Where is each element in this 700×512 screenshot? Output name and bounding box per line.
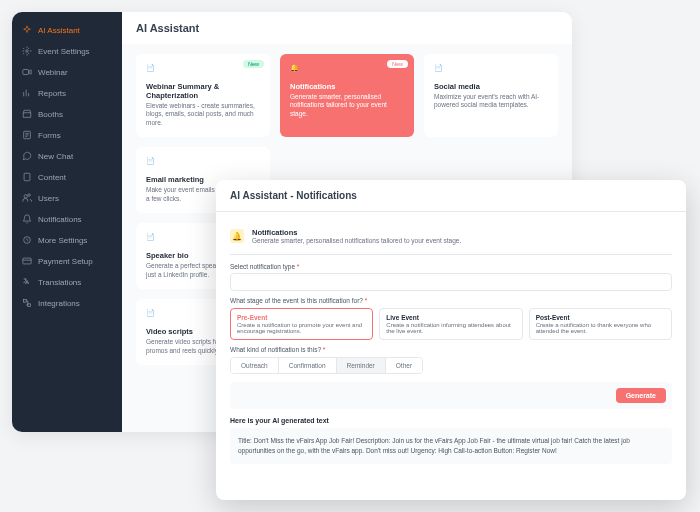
card-icon: 📄	[146, 309, 160, 323]
sidebar-item-label: Users	[38, 194, 59, 203]
svg-rect-3	[24, 173, 30, 181]
form-icon	[22, 130, 32, 140]
store-icon	[22, 109, 32, 119]
feature-card[interactable]: 📄Social mediaMaximize your event's reach…	[424, 54, 558, 137]
sidebar-item-content[interactable]: Content	[12, 167, 122, 187]
chart-icon	[22, 88, 32, 98]
sidebar-item-webinar[interactable]: Webinar	[12, 62, 122, 82]
sidebar-item-ai-assistant[interactable]: AI Assistant	[12, 20, 122, 40]
kind-label: What kind of notification is this? *	[230, 346, 672, 353]
sidebar-item-label: More Settings	[38, 236, 87, 245]
sidebar-item-label: Reports	[38, 89, 66, 98]
sidebar-item-new-chat[interactable]: New Chat	[12, 146, 122, 166]
sidebar-item-more-settings[interactable]: More Settings	[12, 230, 122, 250]
stage-option-post-event[interactable]: Post-EventCreate a notification to thank…	[529, 308, 672, 340]
doc-icon	[22, 172, 32, 182]
modal-intro-title: Notifications	[252, 228, 461, 237]
card-icon: 🔔	[290, 64, 304, 78]
card-icon: 📄	[146, 157, 160, 171]
sidebar-item-payment-setup[interactable]: Payment Setup	[12, 251, 122, 271]
sidebar-item-label: New Chat	[38, 152, 73, 161]
more-icon	[22, 235, 32, 245]
card-desc: Maximize your event's reach with AI-powe…	[434, 93, 548, 110]
card-title: Social media	[434, 82, 548, 91]
card-icon: 📄	[146, 233, 160, 247]
sidebar-item-integrations[interactable]: Integrations	[12, 293, 122, 313]
sidebar-item-label: Notifications	[38, 215, 82, 224]
plug-icon	[22, 298, 32, 308]
modal-intro-desc: Generate smarter, personalised notificat…	[252, 237, 461, 244]
result-text: Title: Don't Miss the vFairs App Job Fai…	[230, 428, 672, 464]
video-icon	[22, 67, 32, 77]
chat-icon	[22, 151, 32, 161]
page-title: AI Assistant	[122, 12, 572, 44]
sidebar-item-label: Webinar	[38, 68, 68, 77]
sidebar-item-users[interactable]: Users	[12, 188, 122, 208]
bell-icon: 🔔	[230, 229, 244, 243]
card-icon	[22, 256, 32, 266]
sidebar-item-booths[interactable]: Booths	[12, 104, 122, 124]
sidebar-item-translations[interactable]: Translations	[12, 272, 122, 292]
sidebar-item-label: Booths	[38, 110, 63, 119]
sidebar-item-label: AI Assistant	[38, 26, 80, 35]
stage-option-pre-event[interactable]: Pre-EventCreate a notification to promot…	[230, 308, 373, 340]
sidebar-item-event-settings[interactable]: Event Settings	[12, 41, 122, 61]
svg-rect-8	[28, 304, 30, 307]
modal-intro: 🔔 Notifications Generate smarter, person…	[230, 222, 672, 255]
sidebar-item-forms[interactable]: Forms	[12, 125, 122, 145]
card-title: Webinar Summary & Chapterization	[146, 82, 260, 100]
new-badge: New	[243, 60, 264, 68]
stage-options: Pre-EventCreate a notification to promot…	[230, 308, 672, 340]
card-icon: 📄	[146, 64, 160, 78]
svg-rect-6	[23, 258, 31, 264]
kind-option-confirmation[interactable]: Confirmation	[279, 358, 337, 373]
sidebar-item-label: Integrations	[38, 299, 80, 308]
stage-option-live-event[interactable]: Live EventCreate a notification informin…	[379, 308, 522, 340]
sidebar-item-label: Content	[38, 173, 66, 182]
notifications-modal: AI Assistant - Notifications 🔔 Notificat…	[216, 180, 686, 500]
stage-label: What stage of the event is this notifica…	[230, 297, 672, 304]
sidebar-item-label: Payment Setup	[38, 257, 93, 266]
stage-desc: Create a notification informing attendee…	[386, 322, 515, 334]
kind-option-outreach[interactable]: Outreach	[231, 358, 279, 373]
feature-card[interactable]: New📄Webinar Summary & ChapterizationElev…	[136, 54, 270, 137]
sidebar-item-reports[interactable]: Reports	[12, 83, 122, 103]
card-icon: 📄	[434, 64, 448, 78]
card-desc: Elevate webinars - create summaries, blo…	[146, 102, 260, 127]
card-title: Notifications	[290, 82, 404, 91]
stage-desc: Create a notification to promote your ev…	[237, 322, 366, 334]
generate-button[interactable]: Generate	[616, 388, 666, 403]
svg-point-0	[26, 50, 29, 53]
feature-card[interactable]: New🔔NotificationsGenerate smarter, perso…	[280, 54, 414, 137]
result-label: Here is your AI generated text	[230, 417, 672, 424]
sidebar-item-label: Translations	[38, 278, 81, 287]
modal-body: 🔔 Notifications Generate smarter, person…	[216, 212, 686, 500]
stage-title: Pre-Event	[237, 314, 366, 321]
notification-type-select[interactable]	[230, 273, 672, 291]
kind-option-other[interactable]: Other	[386, 358, 422, 373]
bell-icon	[22, 214, 32, 224]
svg-rect-7	[24, 300, 27, 303]
stage-title: Post-Event	[536, 314, 665, 321]
sparkle-icon	[22, 25, 32, 35]
sidebar-item-notifications[interactable]: Notifications	[12, 209, 122, 229]
users-icon	[22, 193, 32, 203]
stage-title: Live Event	[386, 314, 515, 321]
card-desc: Generate smarter, personalised notificat…	[290, 93, 404, 118]
generate-row: Generate	[230, 382, 672, 409]
select-type-label: Select notification type *	[230, 263, 672, 270]
modal-title: AI Assistant - Notifications	[216, 180, 686, 212]
svg-rect-1	[23, 70, 29, 75]
sidebar-item-label: Event Settings	[38, 47, 90, 56]
svg-point-4	[24, 195, 27, 198]
sidebar: AI AssistantEvent SettingsWebinarReports…	[12, 12, 122, 432]
kind-options: OutreachConfirmationReminderOther	[230, 357, 423, 374]
stage-desc: Create a notification to thank everyone …	[536, 322, 665, 334]
lang-icon	[22, 277, 32, 287]
kind-option-reminder[interactable]: Reminder	[337, 358, 386, 373]
gear-icon	[22, 46, 32, 56]
new-badge: New	[387, 60, 408, 68]
sidebar-item-label: Forms	[38, 131, 61, 140]
